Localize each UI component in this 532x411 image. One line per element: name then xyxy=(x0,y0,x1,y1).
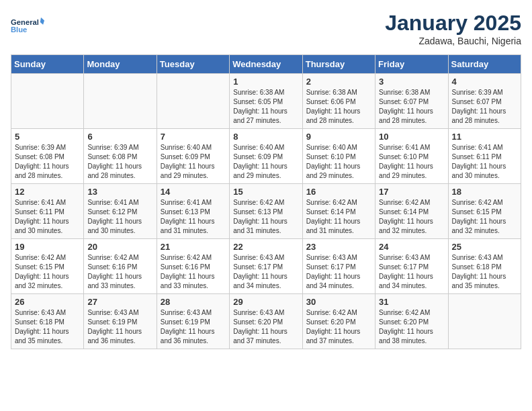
day-number: 16 xyxy=(306,187,371,197)
week-row-2: 5Sunrise: 6:39 AM Sunset: 6:08 PM Daylig… xyxy=(11,129,521,184)
table-row: 28Sunrise: 6:43 AM Sunset: 6:19 PM Dayli… xyxy=(157,294,229,349)
svg-text:General: General xyxy=(11,18,39,26)
table-row: 26Sunrise: 6:43 AM Sunset: 6:18 PM Dayli… xyxy=(11,294,84,349)
day-detail: Sunrise: 6:43 AM Sunset: 6:20 PM Dayligh… xyxy=(233,308,298,346)
day-detail: Sunrise: 6:42 AM Sunset: 6:16 PM Dayligh… xyxy=(161,253,226,291)
day-number: 17 xyxy=(379,187,444,197)
day-detail: Sunrise: 6:41 AM Sunset: 6:11 PM Dayligh… xyxy=(452,143,517,181)
table-row: 6Sunrise: 6:39 AM Sunset: 6:08 PM Daylig… xyxy=(84,129,157,184)
header-row: SundayMondayTuesdayWednesdayThursdayFrid… xyxy=(11,55,521,74)
table-row: 22Sunrise: 6:43 AM Sunset: 6:17 PM Dayli… xyxy=(230,239,302,294)
table-row: 10Sunrise: 6:41 AM Sunset: 6:10 PM Dayli… xyxy=(375,129,448,184)
table-row: 15Sunrise: 6:42 AM Sunset: 6:13 PM Dayli… xyxy=(230,184,302,239)
day-detail: Sunrise: 6:38 AM Sunset: 6:06 PM Dayligh… xyxy=(306,88,371,126)
page-header: General Blue January 2025 Zadawa, Bauchi… xyxy=(11,11,521,46)
day-number: 20 xyxy=(87,242,152,252)
day-number: 5 xyxy=(15,132,80,142)
day-number: 7 xyxy=(161,132,226,142)
table-row: 27Sunrise: 6:43 AM Sunset: 6:19 PM Dayli… xyxy=(84,294,157,349)
day-detail: Sunrise: 6:40 AM Sunset: 6:09 PM Dayligh… xyxy=(161,143,226,181)
table-row: 12Sunrise: 6:41 AM Sunset: 6:11 PM Dayli… xyxy=(11,184,84,239)
day-detail: Sunrise: 6:41 AM Sunset: 6:13 PM Dayligh… xyxy=(161,198,226,236)
day-number: 12 xyxy=(15,187,80,197)
day-detail: Sunrise: 6:42 AM Sunset: 6:20 PM Dayligh… xyxy=(306,308,371,346)
col-header-tuesday: Tuesday xyxy=(157,55,229,74)
day-number: 22 xyxy=(233,242,298,252)
day-number: 14 xyxy=(161,187,226,197)
table-row xyxy=(11,74,84,129)
day-number: 21 xyxy=(161,242,226,252)
col-header-saturday: Saturday xyxy=(448,55,521,74)
table-row: 29Sunrise: 6:43 AM Sunset: 6:20 PM Dayli… xyxy=(230,294,302,349)
day-detail: Sunrise: 6:42 AM Sunset: 6:20 PM Dayligh… xyxy=(379,308,444,346)
week-row-3: 12Sunrise: 6:41 AM Sunset: 6:11 PM Dayli… xyxy=(11,184,521,239)
col-header-monday: Monday xyxy=(84,55,157,74)
table-row: 8Sunrise: 6:40 AM Sunset: 6:09 PM Daylig… xyxy=(230,129,302,184)
day-number: 8 xyxy=(233,132,298,142)
table-row: 5Sunrise: 6:39 AM Sunset: 6:08 PM Daylig… xyxy=(11,129,84,184)
day-detail: Sunrise: 6:43 AM Sunset: 6:17 PM Dayligh… xyxy=(233,253,298,291)
table-row: 14Sunrise: 6:41 AM Sunset: 6:13 PM Dayli… xyxy=(157,184,229,239)
day-detail: Sunrise: 6:43 AM Sunset: 6:17 PM Dayligh… xyxy=(379,253,444,291)
day-number: 2 xyxy=(306,77,371,87)
day-detail: Sunrise: 6:39 AM Sunset: 6:07 PM Dayligh… xyxy=(452,88,517,126)
day-number: 26 xyxy=(15,297,80,307)
day-detail: Sunrise: 6:43 AM Sunset: 6:17 PM Dayligh… xyxy=(306,253,371,291)
logo: General Blue xyxy=(11,11,44,41)
table-row xyxy=(84,74,157,129)
table-row: 7Sunrise: 6:40 AM Sunset: 6:09 PM Daylig… xyxy=(157,129,229,184)
table-row: 2Sunrise: 6:38 AM Sunset: 6:06 PM Daylig… xyxy=(302,74,375,129)
day-number: 9 xyxy=(306,132,371,142)
table-row: 9Sunrise: 6:40 AM Sunset: 6:10 PM Daylig… xyxy=(302,129,375,184)
table-row: 18Sunrise: 6:42 AM Sunset: 6:15 PM Dayli… xyxy=(448,184,521,239)
week-row-1: 1Sunrise: 6:38 AM Sunset: 6:05 PM Daylig… xyxy=(11,74,521,129)
table-row: 13Sunrise: 6:41 AM Sunset: 6:12 PM Dayli… xyxy=(84,184,157,239)
day-number: 27 xyxy=(87,297,152,307)
month-title: January 2025 xyxy=(385,11,521,36)
day-detail: Sunrise: 6:39 AM Sunset: 6:08 PM Dayligh… xyxy=(87,143,152,181)
svg-marker-2 xyxy=(40,17,44,25)
table-row: 16Sunrise: 6:42 AM Sunset: 6:14 PM Dayli… xyxy=(302,184,375,239)
calendar-table: SundayMondayTuesdayWednesdayThursdayFrid… xyxy=(11,54,521,349)
day-detail: Sunrise: 6:43 AM Sunset: 6:18 PM Dayligh… xyxy=(15,308,80,346)
day-detail: Sunrise: 6:38 AM Sunset: 6:05 PM Dayligh… xyxy=(233,88,298,126)
day-number: 11 xyxy=(452,132,517,142)
logo-svg: General Blue xyxy=(11,11,44,41)
day-detail: Sunrise: 6:43 AM Sunset: 6:19 PM Dayligh… xyxy=(161,308,226,346)
day-number: 30 xyxy=(306,297,371,307)
col-header-sunday: Sunday xyxy=(11,55,84,74)
day-detail: Sunrise: 6:38 AM Sunset: 6:07 PM Dayligh… xyxy=(379,88,444,126)
table-row: 23Sunrise: 6:43 AM Sunset: 6:17 PM Dayli… xyxy=(302,239,375,294)
col-header-friday: Friday xyxy=(375,55,448,74)
day-number: 10 xyxy=(379,132,444,142)
day-number: 13 xyxy=(87,187,152,197)
day-number: 19 xyxy=(15,242,80,252)
day-number: 25 xyxy=(452,242,517,252)
table-row: 11Sunrise: 6:41 AM Sunset: 6:11 PM Dayli… xyxy=(448,129,521,184)
title-block: January 2025 Zadawa, Bauchi, Nigeria xyxy=(385,11,521,46)
day-number: 3 xyxy=(379,77,444,87)
svg-text:Blue: Blue xyxy=(11,26,27,34)
day-number: 4 xyxy=(452,77,517,87)
table-row: 21Sunrise: 6:42 AM Sunset: 6:16 PM Dayli… xyxy=(157,239,229,294)
table-row: 3Sunrise: 6:38 AM Sunset: 6:07 PM Daylig… xyxy=(375,74,448,129)
day-detail: Sunrise: 6:42 AM Sunset: 6:14 PM Dayligh… xyxy=(306,198,371,236)
col-header-thursday: Thursday xyxy=(302,55,375,74)
day-detail: Sunrise: 6:40 AM Sunset: 6:10 PM Dayligh… xyxy=(306,143,371,181)
day-detail: Sunrise: 6:41 AM Sunset: 6:11 PM Dayligh… xyxy=(15,198,80,236)
table-row: 4Sunrise: 6:39 AM Sunset: 6:07 PM Daylig… xyxy=(448,74,521,129)
day-detail: Sunrise: 6:41 AM Sunset: 6:10 PM Dayligh… xyxy=(379,143,444,181)
day-number: 1 xyxy=(233,77,298,87)
day-number: 6 xyxy=(87,132,152,142)
day-number: 28 xyxy=(161,297,226,307)
day-number: 29 xyxy=(233,297,298,307)
day-detail: Sunrise: 6:42 AM Sunset: 6:15 PM Dayligh… xyxy=(452,198,517,236)
day-detail: Sunrise: 6:42 AM Sunset: 6:14 PM Dayligh… xyxy=(379,198,444,236)
day-detail: Sunrise: 6:42 AM Sunset: 6:15 PM Dayligh… xyxy=(15,253,80,291)
day-detail: Sunrise: 6:40 AM Sunset: 6:09 PM Dayligh… xyxy=(233,143,298,181)
day-number: 31 xyxy=(379,297,444,307)
day-number: 24 xyxy=(379,242,444,252)
col-header-wednesday: Wednesday xyxy=(230,55,302,74)
day-detail: Sunrise: 6:39 AM Sunset: 6:08 PM Dayligh… xyxy=(15,143,80,181)
table-row: 20Sunrise: 6:42 AM Sunset: 6:16 PM Dayli… xyxy=(84,239,157,294)
